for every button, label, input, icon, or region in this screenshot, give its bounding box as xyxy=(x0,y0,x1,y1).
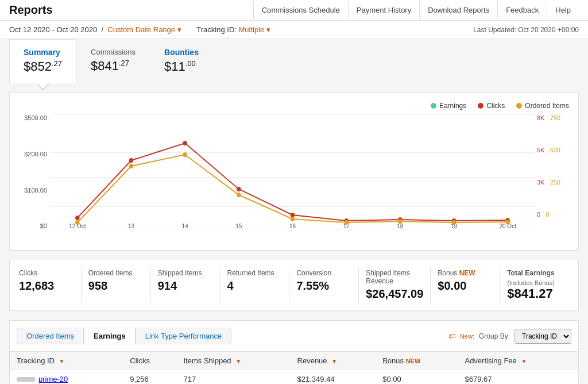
custom-date-range-link[interactable]: Custom Date Range ▾ xyxy=(107,25,183,34)
svg-point-5 xyxy=(75,216,79,220)
stat-returned-items: Returned Items 4 xyxy=(220,267,290,304)
tab-bounties-label: Bounties xyxy=(164,48,199,57)
svg-point-7 xyxy=(183,141,187,145)
tracking-id-link[interactable]: Multiple ▾ xyxy=(239,25,270,34)
svg-point-18 xyxy=(291,217,295,221)
tab-commissions-label: Commissions xyxy=(91,48,136,56)
col-bonus: Bonus NEW xyxy=(376,352,458,370)
tab-commissions-amount: $841.27 xyxy=(91,59,136,74)
cell-clicks-prime20: 9,256 xyxy=(123,370,176,384)
svg-point-8 xyxy=(237,187,241,191)
y-axis-left: $500.00 $200.00 $100.00 $0 xyxy=(19,114,51,241)
tab-earnings[interactable]: Earnings xyxy=(84,328,136,344)
stat-total-earnings: Total Earnings (Includes Bonus) $841.27 xyxy=(500,267,569,304)
svg-point-14 xyxy=(75,220,79,225)
legend-ordered-items: Ordered Items xyxy=(516,102,569,110)
svg-point-15 xyxy=(129,164,133,168)
stat-bonus: Bonus NEW $0.00 xyxy=(431,267,500,304)
tracking-bar-prime20 xyxy=(17,377,35,382)
tab-summary-amount: $852.27 xyxy=(24,59,62,74)
legend-earnings-label: Earnings xyxy=(439,102,466,110)
stat-shipped-items: Shipped Items 914 xyxy=(151,267,220,304)
stat-conversion: Conversion 7.55% xyxy=(289,267,359,304)
tab-ordered-items[interactable]: Ordered Items xyxy=(17,328,84,344)
col-clicks: Clicks xyxy=(123,352,176,370)
chart-legend: Earnings Clicks Ordered Items xyxy=(19,102,569,110)
chart-section: Earnings Clicks Ordered Items $500.00 $2… xyxy=(9,92,579,251)
table-row: prime-20 9,256 717 $21,349.44 $0.00 $679… xyxy=(10,370,578,384)
nav-commissions-schedule[interactable]: Commissions Schedule xyxy=(253,1,348,19)
chart-area: 12 Oct 13 14 15 16 xyxy=(51,114,535,241)
tab-commissions[interactable]: Commissions $841.27 xyxy=(76,39,150,83)
last-updated: Last Updated: Oct 20 2020 +00:00 xyxy=(473,26,579,34)
date-range: Oct 12 2020 - Oct 20 2020 / Custom Date … xyxy=(9,25,183,34)
col-advertising-fee: Advertising Fee ▼ xyxy=(458,352,578,370)
table-header-row: Tracking ID ▼ Clicks Items Shipped ▼ Rev… xyxy=(10,352,578,370)
stat-ordered-items: Ordered Items 958 xyxy=(82,267,151,304)
tab-bounties[interactable]: Bounties $11.00 xyxy=(150,39,213,83)
sub-header: Oct 12 2020 - Oct 20 2020 / Custom Date … xyxy=(0,21,588,39)
svg-point-20 xyxy=(398,219,402,224)
col-items-shipped: Items Shipped ▼ xyxy=(177,352,291,370)
data-table: Tracking ID ▼ Clicks Items Shipped ▼ Rev… xyxy=(10,351,578,384)
nav-links: Commissions Schedule Payment History Dow… xyxy=(253,1,579,19)
stats-row: Clicks 12,683 Ordered Items 958 Shipped … xyxy=(9,260,579,311)
stat-shipped-revenue: Shipped Items Revenue $26,457.09 xyxy=(359,267,431,304)
table-tab-group: Ordered Items Earnings Link Type Perform… xyxy=(17,328,231,344)
nav-download-reports[interactable]: Download Reports xyxy=(419,1,497,19)
legend-ordered-items-label: Ordered Items xyxy=(525,102,569,110)
svg-point-16 xyxy=(183,152,187,157)
tab-bounties-amount: $11.00 xyxy=(164,59,199,74)
svg-point-19 xyxy=(344,220,348,225)
tracking-link-prime20[interactable]: prime-20 xyxy=(38,375,68,383)
clicks-dot xyxy=(478,103,483,109)
tab-summary-label: Summary xyxy=(24,48,62,57)
cell-adfee-prime20: $679.67 xyxy=(458,370,578,384)
cell-shipped-prime20: 717 xyxy=(177,370,291,384)
cell-bonus-prime20: $0.00 xyxy=(376,370,458,384)
nav-help[interactable]: Help xyxy=(547,1,579,19)
ordered-items-dot xyxy=(516,103,522,109)
svg-point-9 xyxy=(291,213,295,217)
svg-point-22 xyxy=(505,220,509,224)
summary-section: Summary $852.27 Commissions $841.27 Boun… xyxy=(0,39,588,83)
group-by-select[interactable]: Tracking ID Link Type xyxy=(514,329,571,344)
table-tabs-row: Ordered Items Earnings Link Type Perform… xyxy=(10,328,578,351)
stat-clicks: Clicks 12,683 xyxy=(19,267,82,304)
summary-tabs: Summary $852.27 Commissions $841.27 Boun… xyxy=(9,39,579,83)
legend-earnings: Earnings xyxy=(431,102,466,110)
cell-tracking-prime20: prime-20 xyxy=(10,370,123,384)
table-section: Ordered Items Earnings Link Type Perform… xyxy=(9,320,579,384)
col-tracking-id: Tracking ID ▼ xyxy=(10,352,123,370)
y-axis-right: 8K 750 5K 500 3K 250 0 0 xyxy=(535,114,569,241)
legend-clicks: Clicks xyxy=(478,102,505,110)
page-title: Reports xyxy=(9,3,53,17)
legend-clicks-label: Clicks xyxy=(486,102,505,110)
filter-bar: Oct 12 2020 - Oct 20 2020 / Custom Date … xyxy=(9,25,270,34)
top-navigation: Reports Commissions Schedule Payment His… xyxy=(0,0,588,21)
group-by: 🏷 New: Group By: Tracking ID Link Type xyxy=(448,329,571,344)
tracking-id-filter: Tracking ID: Multiple ▾ xyxy=(192,25,270,34)
col-revenue: Revenue ▼ xyxy=(291,352,376,370)
nav-feedback[interactable]: Feedback xyxy=(497,1,547,19)
chart-container: $500.00 $200.00 $100.00 $0 12 Oct xyxy=(19,114,569,241)
svg-point-17 xyxy=(237,193,241,197)
tab-link-type[interactable]: Link Type Performance xyxy=(136,328,231,344)
svg-point-6 xyxy=(129,158,133,163)
chart-lines-svg xyxy=(51,114,535,229)
nav-payment-history[interactable]: Payment History xyxy=(348,1,419,19)
svg-point-21 xyxy=(452,220,456,225)
earnings-dot xyxy=(431,103,436,109)
tab-summary[interactable]: Summary $852.27 xyxy=(9,39,76,83)
cell-revenue-prime20: $21,349.44 xyxy=(291,370,376,384)
